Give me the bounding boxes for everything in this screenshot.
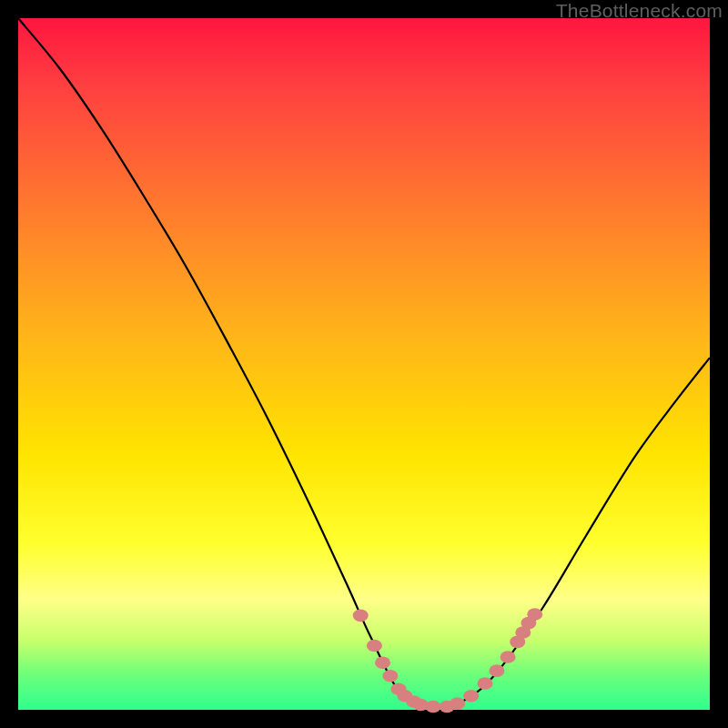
marker-dot xyxy=(500,651,516,663)
bottleneck-curve xyxy=(18,18,710,708)
marker-dot xyxy=(375,656,390,669)
marker-dot xyxy=(463,690,479,703)
marker-dot xyxy=(353,610,369,622)
watermark-text: TheBottleneck.com xyxy=(556,0,723,22)
marker-dot xyxy=(489,664,504,677)
marker-dot xyxy=(478,677,493,690)
marker-dot xyxy=(367,640,382,652)
chart-frame: TheBottleneck.com xyxy=(0,0,728,728)
marker-dot xyxy=(426,701,441,713)
bottleneck-markers xyxy=(353,608,543,713)
marker-dot xyxy=(527,608,542,621)
chart-svg xyxy=(18,18,710,710)
marker-dot xyxy=(382,670,398,682)
marker-dot xyxy=(450,697,465,710)
